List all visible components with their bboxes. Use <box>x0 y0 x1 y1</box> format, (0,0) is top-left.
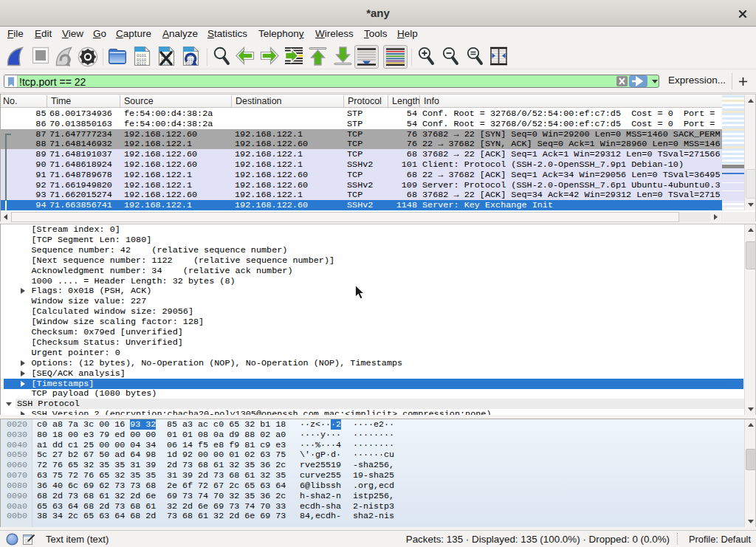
svg-text:0111: 0111 <box>137 62 146 66</box>
